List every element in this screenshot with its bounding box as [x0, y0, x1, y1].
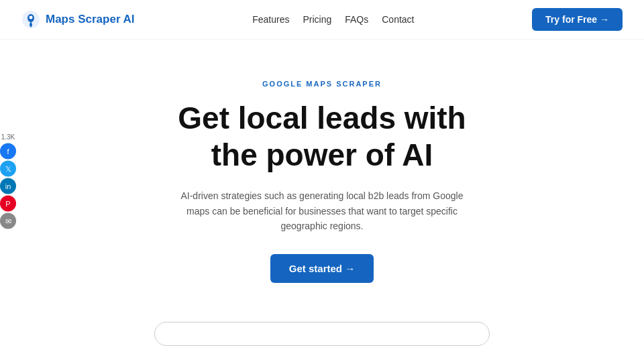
social-sidebar: 1.3K f 𝕏 in P ✉ [0, 133, 16, 229]
why-section: Why Use Google Maps Scraper? Scraping Go… [0, 346, 644, 362]
search-bar[interactable] [154, 322, 490, 346]
logo-text: Maps Scraper AI [46, 13, 135, 26]
hero-tag: GOOGLE MAPS SCRAPER [13, 80, 631, 88]
twitter-share-button[interactable]: 𝕏 [0, 161, 16, 177]
hero-section: GOOGLE MAPS SCRAPER Get local leads with… [0, 40, 644, 303]
search-bar-wrapper [0, 303, 644, 346]
main-nav: Features Pricing FAQs Contact [247, 11, 419, 27]
facebook-share-button[interactable]: f [0, 143, 16, 160]
try-for-free-button[interactable]: Try for Free → [532, 8, 623, 31]
pinterest-share-button[interactable]: P [0, 196, 16, 212]
nav-faqs[interactable]: FAQs [339, 11, 374, 27]
logo-icon [21, 10, 40, 29]
hero-subtitle: AI-driven strategies such as generating … [174, 188, 470, 233]
hero-title: Get local leads with the power of AI [121, 100, 523, 174]
nav-pricing[interactable]: Pricing [297, 11, 337, 27]
header: Maps Scraper AI Features Pricing FAQs Co… [0, 0, 644, 40]
email-share-button[interactable]: ✉ [0, 213, 16, 229]
svg-point-2 [30, 16, 33, 19]
get-started-button[interactable]: Get started → [270, 254, 374, 283]
social-count: 1.3K [1, 133, 15, 141]
nav-contact[interactable]: Contact [376, 11, 419, 27]
linkedin-share-button[interactable]: in [0, 178, 16, 194]
nav-features[interactable]: Features [247, 11, 294, 27]
logo-area: Maps Scraper AI [21, 10, 135, 29]
